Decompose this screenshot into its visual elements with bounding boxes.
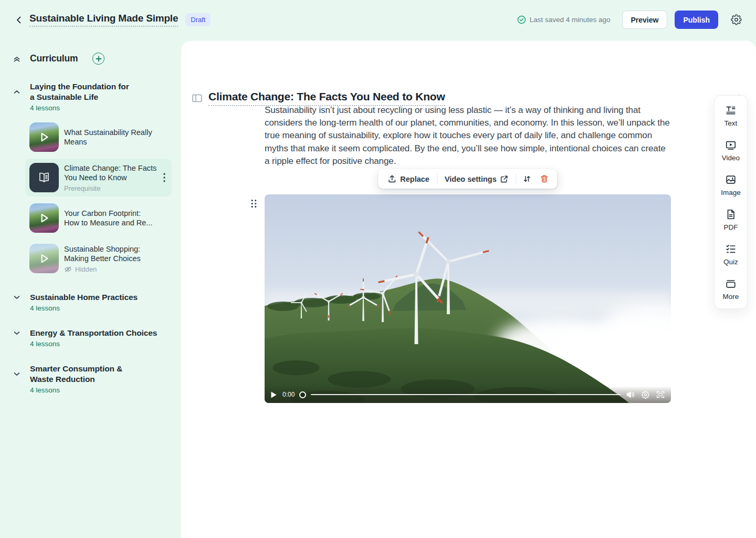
- play-icon: [29, 203, 59, 233]
- top-bar: Sustainable Living Made Simple Draft Las…: [0, 0, 756, 39]
- curriculum-section: Laying the Foundation for a Sustainable …: [13, 81, 172, 277]
- lesson-editor: Climate Change: The Facts You Need to Kn…: [181, 41, 756, 538]
- add-image-block-button[interactable]: Image: [715, 174, 747, 196]
- palette-label: Image: [721, 189, 741, 196]
- video-thumbnail: [29, 122, 59, 152]
- divider: [516, 174, 517, 184]
- section-header[interactable]: Sustainable Home Practices: [13, 292, 172, 303]
- player-settings-button[interactable]: [640, 391, 650, 399]
- add-section-button[interactable]: [92, 53, 104, 65]
- curriculum-heading: Curriculum: [30, 53, 78, 64]
- block-palette: Text Video Image PDF Quiz More: [714, 95, 748, 309]
- pdf-block-icon: [725, 209, 737, 220]
- curriculum-section: Sustainable Home Practices 4 lessons: [13, 292, 172, 312]
- scrubber-handle[interactable]: [299, 391, 306, 398]
- video-block-toolbar: Replace Video settings: [378, 169, 557, 189]
- reorder-block-button[interactable]: [519, 171, 536, 187]
- palette-label: Video: [722, 154, 740, 162]
- section-header[interactable]: Laying the Foundation for a Sustainable …: [13, 81, 172, 102]
- play-button[interactable]: [270, 391, 278, 398]
- lesson-item-hidden[interactable]: Sustainable Shopping: Making Better Choi…: [25, 240, 172, 277]
- play-icon: [29, 244, 59, 273]
- section-title: Laying the Foundation for a Sustainable …: [30, 81, 133, 102]
- palette-label: More: [723, 293, 739, 301]
- panel-toggle-icon: [192, 94, 202, 102]
- lesson-intro-paragraph[interactable]: Sustainability isn’t just about recyclin…: [265, 104, 672, 168]
- current-time: 0:00: [282, 391, 295, 398]
- add-quiz-block-button[interactable]: Quiz: [715, 243, 747, 266]
- upload-icon: [387, 174, 396, 183]
- lesson-list: What Sustainability Really Means Climate…: [13, 118, 172, 277]
- external-link-icon: [500, 175, 509, 183]
- grip-dots-icon: [250, 199, 257, 208]
- section-header[interactable]: Smarter Consumption & Waste Reduction: [13, 364, 172, 385]
- open-book-icon: [37, 171, 51, 184]
- preview-button[interactable]: Preview: [622, 11, 668, 29]
- video-settings-label: Video settings: [445, 175, 497, 183]
- status-badge: Draft: [185, 13, 211, 26]
- section-title: Smarter Consumption & Waste Reduction: [30, 364, 142, 385]
- lesson-item[interactable]: What Sustainability Really Means: [25, 118, 172, 156]
- replace-button[interactable]: Replace: [382, 171, 435, 187]
- palette-label: Quiz: [723, 258, 738, 266]
- play-icon: [271, 391, 277, 398]
- collapse-all-button[interactable]: [13, 55, 21, 63]
- course-title[interactable]: Sustainable Living Made Simple: [29, 13, 178, 27]
- back-button[interactable]: [12, 13, 26, 27]
- text-block-icon: [725, 105, 737, 116]
- last-saved-text: Last saved 4 minutes ago: [530, 16, 611, 24]
- gear-icon: [642, 391, 649, 399]
- eye-off-icon: [64, 265, 72, 273]
- video-thumbnail: [29, 244, 59, 273]
- divider: [437, 174, 437, 184]
- publish-button[interactable]: Publish: [675, 11, 718, 29]
- save-status: Last saved 4 minutes ago: [517, 15, 611, 24]
- add-pdf-block-button[interactable]: PDF: [715, 209, 747, 231]
- lesson-meta: Hidden: [64, 265, 167, 273]
- hidden-label: Hidden: [75, 265, 97, 273]
- wind-farm-video-frame: [265, 194, 671, 403]
- section-lesson-count: 4 lessons: [30, 104, 172, 112]
- section-lesson-count: 4 lessons: [30, 304, 172, 312]
- lesson-title: Your Carbon Footprint: How to Measure an…: [64, 209, 153, 228]
- topbar-actions: Last saved 4 minutes ago Preview Publish: [517, 11, 744, 29]
- palette-label: PDF: [724, 223, 738, 231]
- delete-block-button[interactable]: [536, 171, 553, 187]
- more-blocks-button[interactable]: More: [715, 278, 747, 301]
- toggle-sidebar-button[interactable]: [190, 92, 204, 105]
- curriculum-sidebar: Curriculum Laying the Foundation for a S…: [0, 39, 181, 538]
- double-chevron-up-icon: [13, 55, 21, 63]
- lesson-item[interactable]: Your Carbon Footprint: How to Measure an…: [25, 199, 172, 237]
- kebab-icon: [163, 173, 165, 182]
- quiz-block-icon: [725, 243, 737, 255]
- block-drag-handle[interactable]: [249, 198, 258, 209]
- chevron-down-icon: [13, 329, 21, 337]
- lesson-title: What Sustainability Really Means: [64, 128, 152, 147]
- sort-arrows-icon: [523, 174, 532, 183]
- section-title: Sustainable Home Practices: [30, 292, 138, 303]
- section-lesson-count: 4 lessons: [30, 386, 172, 394]
- image-block-icon: [725, 174, 737, 185]
- fullscreen-button[interactable]: [655, 391, 666, 398]
- chevron-up-icon: [13, 88, 21, 96]
- palette-label: Text: [724, 119, 738, 127]
- replace-label: Replace: [400, 175, 429, 183]
- lesson-item-selected[interactable]: Climate Change: The Facts You Need to Kn…: [25, 159, 172, 196]
- course-builder-app: Sustainable Living Made Simple Draft Las…: [0, 0, 756, 538]
- fullscreen-icon: [656, 391, 665, 398]
- volume-button[interactable]: [625, 391, 636, 398]
- gear-icon: [731, 14, 742, 25]
- curriculum-section: Smarter Consumption & Waste Reduction 4 …: [13, 364, 172, 394]
- section-header[interactable]: Energy & Transportation Choices: [13, 328, 172, 338]
- add-video-block-button[interactable]: Video: [715, 139, 747, 162]
- chevron-down-icon: [13, 293, 21, 302]
- lesson-menu-button[interactable]: [161, 171, 167, 184]
- section-title: Energy & Transportation Choices: [30, 328, 157, 338]
- video-settings-button[interactable]: Video settings: [439, 172, 514, 187]
- volume-icon: [626, 391, 635, 398]
- saved-check-icon: [517, 15, 526, 24]
- add-text-block-button[interactable]: Text: [715, 105, 747, 127]
- settings-button[interactable]: [728, 12, 744, 28]
- progress-bar[interactable]: [311, 394, 621, 396]
- video-player[interactable]: 0:00: [265, 194, 671, 403]
